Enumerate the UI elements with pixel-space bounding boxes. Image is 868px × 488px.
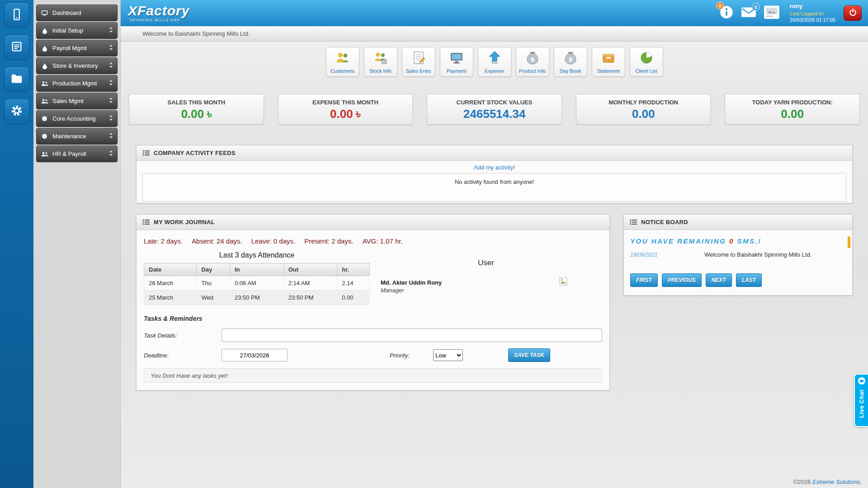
attendance-title: Last 3 days Attendance	[144, 251, 370, 259]
priority-select[interactable]: Low	[433, 349, 463, 361]
sphere-icon	[41, 116, 48, 122]
quick-link-payment[interactable]: Payment	[440, 47, 473, 77]
activity-feeds-title: COMPANY ACTIVITY FEEDS	[154, 150, 236, 156]
next-button[interactable]: NEXT	[706, 273, 732, 287]
work-journal-header: MY WORK JOURNAL	[137, 215, 609, 230]
sidebar-item-sales-mgmt[interactable]: Sales Mgmt	[36, 93, 118, 109]
rail-news-button[interactable]	[4, 35, 29, 60]
sidebar-item-production-mgmt[interactable]: Production Mgmt	[36, 75, 118, 92]
quick-link-stock-info[interactable]: Stock Info	[364, 47, 397, 77]
activity-empty-text: No activity found from anyone!	[455, 178, 534, 185]
image-icon	[764, 5, 780, 21]
chat-bubble-icon	[858, 377, 866, 387]
expand-arrows-icon	[109, 115, 113, 122]
col-date: Date	[144, 263, 197, 276]
cell-in: 0:06 AM	[230, 276, 283, 291]
table-row: 25 March Wed 23:50 PM 23:50 PM 0.00	[144, 291, 370, 305]
welcome-text: Welcome to Baishakhi Spinning Mills Ltd.	[142, 30, 250, 37]
sphere-icon	[41, 133, 48, 139]
quick-link-statement[interactable]: Statement	[592, 47, 625, 77]
messages-button[interactable]: 0	[741, 6, 756, 20]
sidebar-item-maintenance[interactable]: Maintenance	[36, 128, 118, 145]
quick-link-expense[interactable]: Expense	[478, 47, 511, 77]
first-button[interactable]: FIRST	[630, 273, 658, 287]
quick-link-label: Product Info	[519, 68, 546, 74]
stat-label: EXPENSE THIS MONTH	[278, 99, 413, 106]
user-info: rony Last Logged-in: 26/03/2026 01:17:05	[790, 3, 835, 23]
money-bag-icon: $	[563, 51, 578, 67]
rail-mobile-button[interactable]	[4, 3, 29, 28]
quick-links-row: Customers Stock Info Sales Entry Payment…	[121, 47, 868, 77]
deadline-input[interactable]	[222, 349, 288, 361]
sms-prefix: YOU HAVE REMAINING	[630, 237, 726, 245]
sidebar-item-initial-setup[interactable]: Initial Setup	[36, 22, 118, 39]
gallery-button[interactable]	[764, 5, 780, 21]
stat-today-yarn-production: TODAY YARN PRODUCTION: 0.00	[725, 94, 860, 125]
stat-value: 0.00	[330, 107, 353, 121]
activity-feeds-panel: COMPANY ACTIVITY FEEDS Add my activity! …	[136, 145, 853, 203]
stock-info-icon	[373, 51, 388, 67]
quick-link-label: Sales Entry	[406, 68, 431, 74]
stat-label: TODAY YARN PRODUCTION:	[725, 99, 859, 106]
sidebar-item-label: Initial Setup	[52, 27, 109, 34]
expand-arrows-icon	[109, 97, 113, 105]
add-activity-link[interactable]: Add my activity!	[142, 164, 846, 171]
logout-button[interactable]	[844, 5, 862, 21]
main-area: XFactory SPINNING MILLS ERP 0 0	[121, 0, 868, 488]
app-logo[interactable]: XFactory SPINNING MILLS ERP	[128, 4, 189, 22]
save-task-button[interactable]: SAVE TASK	[508, 348, 550, 362]
extreme-solutions-link[interactable]: Extreme Solutions.	[812, 479, 862, 485]
sidebar: Dashboard Initial Setup Payroll Mgmt Sto…	[33, 0, 121, 488]
activity-empty-box: No activity found from anyone!	[142, 173, 846, 202]
live-chat-label: Live Chat	[858, 389, 865, 418]
sidebar-item-label: Production Mgmt	[52, 80, 109, 87]
payment-icon	[449, 51, 464, 67]
cell-day: Wed	[197, 291, 230, 305]
quick-link-label: Expense	[485, 68, 504, 74]
statement-icon	[601, 51, 616, 67]
svg-text:$: $	[568, 56, 572, 63]
priority-label: Priority:	[390, 352, 410, 359]
expand-arrows-icon	[109, 80, 113, 87]
last-login-value: 26/03/2026 01:17:05	[790, 17, 835, 23]
sms-count: 0	[729, 237, 734, 245]
col-day: Day	[197, 263, 230, 276]
sidebar-item-dashboard[interactable]: Dashboard	[36, 5, 118, 21]
cell-in: 23:50 PM	[230, 291, 283, 305]
stats-row: SALES THIS MONTH 0.00 ৳ EXPENSE THIS MON…	[129, 94, 860, 125]
notice-board-title: NOTICE BOARD	[641, 219, 688, 225]
sidebar-item-label: Maintenance	[52, 133, 109, 140]
sidebar-item-store-inventory[interactable]: Store & Inventory	[36, 57, 118, 74]
quick-link-customers[interactable]: Customers	[326, 47, 359, 77]
quick-link-product-info[interactable]: $ Product Info	[516, 47, 549, 77]
sidebar-item-hr-payroll[interactable]: HR & Payroll	[36, 145, 118, 162]
sidebar-item-payroll-mgmt[interactable]: Payroll Mgmt	[36, 40, 118, 56]
stat-value: 0.00	[632, 107, 655, 121]
quick-link-client-list[interactable]: Client List	[630, 47, 663, 77]
quick-link-sales-entry[interactable]: Sales Entry	[402, 47, 435, 77]
stat-monthly-production: MONTHLY PRODUCTION 0.00	[576, 94, 711, 125]
last-login-label: Last Logged-in:	[790, 10, 835, 17]
last-button[interactable]: LAST	[736, 273, 762, 287]
live-chat-tab[interactable]: Live Chat	[854, 374, 868, 427]
expand-arrows-icon	[109, 44, 113, 52]
monitor-icon	[41, 10, 48, 16]
task-details-input[interactable]	[222, 328, 602, 342]
rail-folder-button[interactable]	[4, 67, 29, 92]
cell-hr: 0.00	[337, 291, 370, 305]
sidebar-item-core-accounting[interactable]: Core Accounting	[36, 110, 118, 127]
quick-link-day-book[interactable]: $ Day Book	[554, 47, 587, 77]
quick-link-label: Day Book	[560, 68, 581, 74]
sms-suffix: SMS.!	[737, 237, 761, 245]
droplet-icon	[41, 63, 48, 69]
quick-link-label: Payment	[447, 68, 466, 74]
notice-scrollbar-thumb[interactable]	[848, 236, 850, 248]
top-header: XFactory SPINNING MILLS ERP 0 0	[121, 0, 868, 26]
rail-settings-button[interactable]	[4, 99, 29, 124]
cell-date: 26 March	[144, 276, 197, 291]
info-button[interactable]: 0	[719, 5, 734, 21]
sidebar-item-label: Core Accounting	[52, 115, 109, 122]
stat-current-stock-values: CURRENT STOCK VALUES 2465514.34	[427, 94, 562, 125]
sidebar-item-label: Dashboard	[52, 9, 113, 16]
previous-button[interactable]: PREVIOUS	[662, 273, 702, 287]
